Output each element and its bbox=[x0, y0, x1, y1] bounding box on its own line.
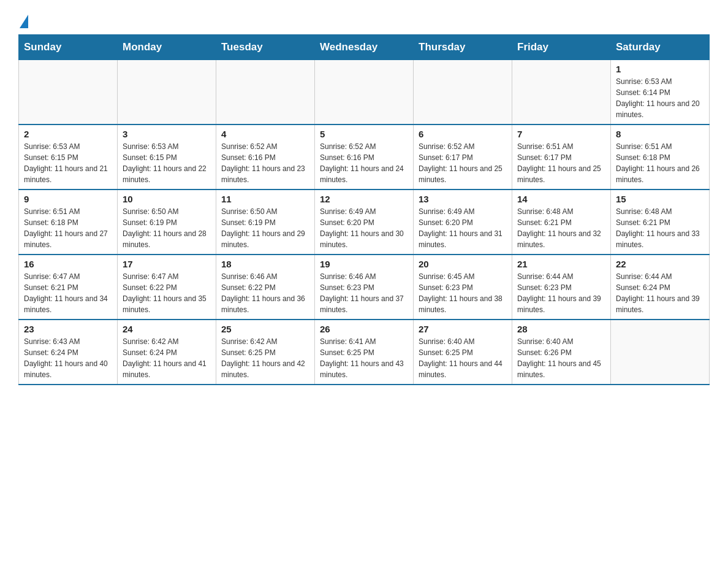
calendar-cell: 9Sunrise: 6:51 AMSunset: 6:18 PMDaylight… bbox=[19, 190, 118, 255]
day-number: 15 bbox=[616, 194, 704, 204]
day-number: 1 bbox=[616, 64, 704, 74]
day-number: 3 bbox=[123, 129, 211, 139]
day-info: Sunrise: 6:44 AMSunset: 6:24 PMDaylight:… bbox=[616, 271, 704, 315]
calendar-cell: 13Sunrise: 6:49 AMSunset: 6:20 PMDayligh… bbox=[414, 190, 512, 255]
calendar-cell bbox=[611, 320, 710, 385]
calendar-cell: 16Sunrise: 6:47 AMSunset: 6:21 PMDayligh… bbox=[19, 255, 118, 320]
day-info: Sunrise: 6:44 AMSunset: 6:23 PMDaylight:… bbox=[517, 271, 605, 315]
day-number: 6 bbox=[419, 129, 507, 139]
calendar-cell: 11Sunrise: 6:50 AMSunset: 6:19 PMDayligh… bbox=[216, 190, 315, 255]
calendar-cell: 21Sunrise: 6:44 AMSunset: 6:23 PMDayligh… bbox=[512, 255, 611, 320]
calendar-header: SundayMondayTuesdayWednesdayThursdayFrid… bbox=[19, 35, 710, 60]
calendar-cell: 8Sunrise: 6:51 AMSunset: 6:18 PMDaylight… bbox=[611, 124, 710, 190]
day-info: Sunrise: 6:52 AMSunset: 6:16 PMDaylight:… bbox=[221, 141, 309, 185]
calendar-cell: 26Sunrise: 6:41 AMSunset: 6:25 PMDayligh… bbox=[315, 320, 414, 385]
day-number: 4 bbox=[221, 129, 309, 139]
header-day-wednesday: Wednesday bbox=[315, 35, 414, 60]
day-number: 10 bbox=[123, 194, 211, 204]
day-info: Sunrise: 6:40 AMSunset: 6:26 PMDaylight:… bbox=[517, 336, 605, 380]
calendar-cell: 4Sunrise: 6:52 AMSunset: 6:16 PMDaylight… bbox=[216, 124, 315, 190]
calendar-cell: 24Sunrise: 6:42 AMSunset: 6:24 PMDayligh… bbox=[118, 320, 216, 385]
day-number: 27 bbox=[419, 324, 507, 334]
day-number: 22 bbox=[616, 259, 704, 269]
day-info: Sunrise: 6:45 AMSunset: 6:23 PMDaylight:… bbox=[419, 271, 507, 315]
day-info: Sunrise: 6:50 AMSunset: 6:19 PMDaylight:… bbox=[123, 206, 211, 250]
day-info: Sunrise: 6:41 AMSunset: 6:25 PMDaylight:… bbox=[320, 336, 408, 380]
calendar-cell bbox=[216, 60, 315, 125]
calendar-cell: 12Sunrise: 6:49 AMSunset: 6:20 PMDayligh… bbox=[315, 190, 414, 255]
day-number: 5 bbox=[320, 129, 408, 139]
day-info: Sunrise: 6:47 AMSunset: 6:21 PMDaylight:… bbox=[24, 271, 112, 315]
day-number: 19 bbox=[320, 259, 408, 269]
day-info: Sunrise: 6:48 AMSunset: 6:21 PMDaylight:… bbox=[517, 206, 605, 250]
week-row-3: 16Sunrise: 6:47 AMSunset: 6:21 PMDayligh… bbox=[19, 255, 710, 320]
day-number: 7 bbox=[517, 129, 605, 139]
day-number: 8 bbox=[616, 129, 704, 139]
header-day-friday: Friday bbox=[512, 35, 611, 60]
day-info: Sunrise: 6:51 AMSunset: 6:18 PMDaylight:… bbox=[616, 141, 704, 185]
day-info: Sunrise: 6:49 AMSunset: 6:20 PMDaylight:… bbox=[419, 206, 507, 250]
calendar-cell: 28Sunrise: 6:40 AMSunset: 6:26 PMDayligh… bbox=[512, 320, 611, 385]
day-info: Sunrise: 6:50 AMSunset: 6:19 PMDaylight:… bbox=[221, 206, 309, 250]
header-day-saturday: Saturday bbox=[611, 35, 710, 60]
day-number: 12 bbox=[320, 194, 408, 204]
calendar-cell: 10Sunrise: 6:50 AMSunset: 6:19 PMDayligh… bbox=[118, 190, 216, 255]
day-number: 16 bbox=[24, 259, 112, 269]
calendar-cell bbox=[19, 60, 118, 125]
header-row: SundayMondayTuesdayWednesdayThursdayFrid… bbox=[19, 35, 710, 60]
day-number: 18 bbox=[221, 259, 309, 269]
calendar-cell: 6Sunrise: 6:52 AMSunset: 6:17 PMDaylight… bbox=[414, 124, 512, 190]
calendar-cell: 20Sunrise: 6:45 AMSunset: 6:23 PMDayligh… bbox=[414, 255, 512, 320]
header-day-thursday: Thursday bbox=[414, 35, 512, 60]
calendar-cell: 5Sunrise: 6:52 AMSunset: 6:16 PMDaylight… bbox=[315, 124, 414, 190]
calendar-cell bbox=[512, 60, 611, 125]
calendar-cell: 17Sunrise: 6:47 AMSunset: 6:22 PMDayligh… bbox=[118, 255, 216, 320]
day-number: 26 bbox=[320, 324, 408, 334]
header-day-tuesday: Tuesday bbox=[216, 35, 315, 60]
calendar-cell: 1Sunrise: 6:53 AMSunset: 6:14 PMDaylight… bbox=[611, 60, 710, 125]
calendar-cell: 23Sunrise: 6:43 AMSunset: 6:24 PMDayligh… bbox=[19, 320, 118, 385]
day-info: Sunrise: 6:52 AMSunset: 6:17 PMDaylight:… bbox=[419, 141, 507, 185]
day-info: Sunrise: 6:46 AMSunset: 6:23 PMDaylight:… bbox=[320, 271, 408, 315]
calendar-cell: 18Sunrise: 6:46 AMSunset: 6:22 PMDayligh… bbox=[216, 255, 315, 320]
calendar-cell: 14Sunrise: 6:48 AMSunset: 6:21 PMDayligh… bbox=[512, 190, 611, 255]
day-info: Sunrise: 6:51 AMSunset: 6:18 PMDaylight:… bbox=[24, 206, 112, 250]
calendar-cell bbox=[414, 60, 512, 125]
day-number: 23 bbox=[24, 324, 112, 334]
week-row-4: 23Sunrise: 6:43 AMSunset: 6:24 PMDayligh… bbox=[19, 320, 710, 385]
calendar-cell bbox=[118, 60, 216, 125]
day-info: Sunrise: 6:46 AMSunset: 6:22 PMDaylight:… bbox=[221, 271, 309, 315]
day-info: Sunrise: 6:47 AMSunset: 6:22 PMDaylight:… bbox=[123, 271, 211, 315]
logo-triangle-icon bbox=[20, 15, 28, 28]
header-day-sunday: Sunday bbox=[19, 35, 118, 60]
calendar-cell: 25Sunrise: 6:42 AMSunset: 6:25 PMDayligh… bbox=[216, 320, 315, 385]
day-info: Sunrise: 6:48 AMSunset: 6:21 PMDaylight:… bbox=[616, 206, 704, 250]
day-info: Sunrise: 6:53 AMSunset: 6:15 PMDaylight:… bbox=[123, 141, 211, 185]
day-info: Sunrise: 6:40 AMSunset: 6:25 PMDaylight:… bbox=[419, 336, 507, 380]
day-number: 25 bbox=[221, 324, 309, 334]
calendar-cell: 3Sunrise: 6:53 AMSunset: 6:15 PMDaylight… bbox=[118, 124, 216, 190]
day-info: Sunrise: 6:42 AMSunset: 6:24 PMDaylight:… bbox=[123, 336, 211, 380]
day-number: 14 bbox=[517, 194, 605, 204]
day-number: 13 bbox=[419, 194, 507, 204]
week-row-0: 1Sunrise: 6:53 AMSunset: 6:14 PMDaylight… bbox=[19, 60, 710, 125]
day-number: 2 bbox=[24, 129, 112, 139]
day-info: Sunrise: 6:53 AMSunset: 6:14 PMDaylight:… bbox=[616, 76, 704, 120]
day-number: 24 bbox=[123, 324, 211, 334]
day-number: 17 bbox=[123, 259, 211, 269]
day-info: Sunrise: 6:52 AMSunset: 6:16 PMDaylight:… bbox=[320, 141, 408, 185]
calendar-cell: 19Sunrise: 6:46 AMSunset: 6:23 PMDayligh… bbox=[315, 255, 414, 320]
day-number: 20 bbox=[419, 259, 507, 269]
page-header bbox=[18, 12, 710, 28]
calendar-cell: 15Sunrise: 6:48 AMSunset: 6:21 PMDayligh… bbox=[611, 190, 710, 255]
calendar-cell: 2Sunrise: 6:53 AMSunset: 6:15 PMDaylight… bbox=[19, 124, 118, 190]
header-day-monday: Monday bbox=[118, 35, 216, 60]
week-row-2: 9Sunrise: 6:51 AMSunset: 6:18 PMDaylight… bbox=[19, 190, 710, 255]
day-number: 9 bbox=[24, 194, 112, 204]
day-number: 21 bbox=[517, 259, 605, 269]
day-info: Sunrise: 6:53 AMSunset: 6:15 PMDaylight:… bbox=[24, 141, 112, 185]
calendar-cell: 22Sunrise: 6:44 AMSunset: 6:24 PMDayligh… bbox=[611, 255, 710, 320]
day-number: 28 bbox=[517, 324, 605, 334]
week-row-1: 2Sunrise: 6:53 AMSunset: 6:15 PMDaylight… bbox=[19, 124, 710, 190]
calendar-cell: 27Sunrise: 6:40 AMSunset: 6:25 PMDayligh… bbox=[414, 320, 512, 385]
